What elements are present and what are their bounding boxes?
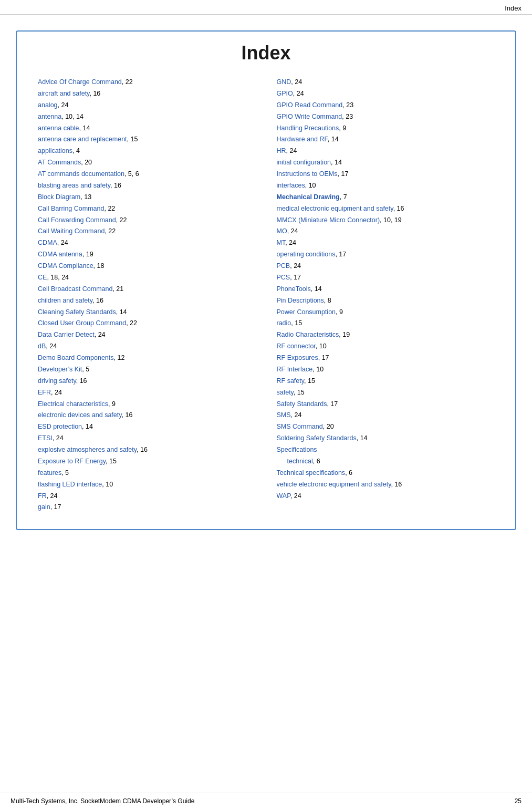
list-item: HR, 24	[277, 146, 495, 157]
index-link[interactable]: antenna care and replacement	[38, 136, 127, 143]
index-link[interactable]: Cleaning Safety Standards	[38, 308, 116, 316]
index-link[interactable]: Technical specifications	[277, 469, 346, 476]
index-box: Index Advice Of Charge Command, 22aircra…	[16, 30, 516, 530]
index-link[interactable]: analog	[38, 101, 58, 109]
index-page-num: , 24	[285, 239, 296, 246]
list-item: children and safety, 16	[38, 295, 256, 307]
index-link[interactable]: PhoneTools	[277, 285, 311, 293]
index-link[interactable]: FR	[38, 492, 47, 500]
index-link[interactable]: Cell Broadcast Command	[38, 285, 112, 293]
index-link[interactable]: Closed User Group Command	[38, 319, 126, 327]
index-link[interactable]: AT commands documentation	[38, 170, 124, 178]
index-link[interactable]: PCS	[277, 274, 290, 281]
index-page-num: , 17	[327, 400, 338, 408]
index-link[interactable]: driving safety	[38, 377, 76, 385]
index-link[interactable]: SMS Command	[277, 423, 323, 430]
index-link[interactable]: antenna	[38, 113, 61, 120]
index-link[interactable]: features	[38, 469, 61, 476]
index-link[interactable]: ESD protection	[38, 423, 82, 430]
list-item: blasting areas and safety, 16	[38, 180, 256, 192]
index-link[interactable]: CE	[38, 274, 47, 281]
index-link[interactable]: Hardware and RF	[277, 136, 328, 143]
list-item: AT commands documentation, 5, 6	[38, 169, 256, 180]
index-link[interactable]: Soldering Safety Standards	[277, 434, 357, 442]
index-link[interactable]: Advice Of Charge Command	[38, 78, 122, 86]
index-link[interactable]: children and safety	[38, 297, 92, 304]
index-link[interactable]: aircraft and safety	[38, 90, 89, 97]
index-link[interactable]: gain	[38, 503, 50, 511]
index-link[interactable]: MT	[277, 239, 286, 246]
index-link[interactable]: CDMA	[38, 239, 57, 246]
index-link[interactable]: Call Forwarding Command	[38, 216, 116, 224]
list-item: GPIO, 24	[277, 88, 495, 100]
list-item: Handling Precautions, 9	[277, 123, 495, 134]
index-link[interactable]: ETSI	[38, 434, 53, 442]
index-link[interactable]: RF safety	[277, 377, 305, 385]
index-link[interactable]: GPIO Read Command	[277, 101, 343, 109]
list-item: Call Forwarding Command, 22	[38, 215, 256, 226]
index-link[interactable]: technical	[287, 458, 313, 465]
index-link[interactable]: Exposure to RF Energy	[38, 458, 106, 465]
list-item: Advice Of Charge Command, 22	[38, 77, 256, 88]
index-link[interactable]: CDMA Compliance	[38, 262, 93, 269]
index-link[interactable]: blasting areas and safety	[38, 182, 110, 189]
list-item: interfaces, 10	[277, 180, 495, 192]
index-link[interactable]: electronic devices and safety	[38, 411, 122, 419]
index-link[interactable]: MO	[277, 227, 287, 235]
index-link[interactable]: initial configuration	[277, 159, 331, 166]
index-link[interactable]: operating conditions	[277, 251, 336, 258]
list-item: antenna cable, 14	[38, 123, 256, 134]
index-page-num: , 24	[290, 492, 301, 500]
index-link[interactable]: CDMA antenna	[38, 251, 82, 258]
index-link[interactable]: RF connector	[277, 343, 316, 350]
index-link[interactable]: Demo Board Components	[38, 354, 114, 361]
index-link[interactable]: Radio Characteristics	[277, 331, 339, 338]
index-link[interactable]: WAP	[277, 492, 290, 500]
index-link[interactable]: PCB	[277, 262, 290, 269]
index-link[interactable]: explosive atmospheres and safety	[38, 446, 137, 453]
index-link[interactable]: Pin Descriptions	[277, 297, 324, 304]
index-link[interactable]: flashing LED interface	[38, 481, 102, 488]
index-link[interactable]: Block Diagram	[38, 193, 80, 201]
index-link[interactable]: RF Exposures	[277, 354, 318, 361]
index-page-num: , 24	[291, 78, 302, 86]
index-link[interactable]: Power Consumption	[277, 308, 336, 316]
index-link[interactable]: Developer’s Kit	[38, 366, 82, 373]
index-link[interactable]: HR	[277, 147, 286, 154]
index-link[interactable]: Data Carrier Detect	[38, 331, 95, 338]
index-link[interactable]: safety	[277, 389, 294, 396]
index-link[interactable]: Handling Precautions	[277, 125, 339, 132]
index-page-num: , 14	[82, 423, 93, 430]
index-link[interactable]: Call Barring Command	[38, 205, 104, 212]
list-item: Call Waiting Command, 22	[38, 226, 256, 237]
list-item: RF Exposures, 17	[277, 352, 495, 364]
index-link[interactable]: Safety Standards	[277, 400, 327, 408]
index-page-num: , 18, 24	[47, 274, 69, 281]
index-link[interactable]: GND	[277, 78, 291, 86]
index-page-num: , 24	[47, 492, 58, 500]
index-link[interactable]: Electrical characteristics	[38, 400, 108, 408]
list-item: PCS, 17	[277, 272, 495, 284]
index-page-num: , 10, 14	[61, 113, 84, 120]
index-link[interactable]: SMS	[277, 411, 291, 419]
index-link[interactable]: radio	[277, 319, 291, 327]
index-link[interactable]: Instructions to OEMs	[277, 170, 338, 178]
index-link[interactable]: AT Commands	[38, 159, 81, 166]
index-link[interactable]: EFR	[38, 389, 51, 396]
index-link[interactable]: Specifications	[277, 446, 317, 453]
index-link[interactable]: antenna cable	[38, 125, 79, 132]
footer-left: Multi-Tech Systems, Inc. SocketModem CDM…	[11, 797, 194, 805]
index-link[interactable]: GPIO	[277, 90, 293, 97]
index-link[interactable]: interfaces	[277, 182, 305, 189]
list-item: Mechanical Drawing, 7	[277, 192, 495, 203]
index-link[interactable]: Call Waiting Command	[38, 227, 105, 235]
index-link[interactable]: dB	[38, 343, 46, 350]
index-link[interactable]: vehicle electronic equipment and safety	[277, 481, 391, 488]
index-link[interactable]: applications	[38, 147, 72, 154]
index-link[interactable]: GPIO Write Command	[277, 113, 342, 120]
index-link[interactable]: Mechanical Drawing	[277, 193, 340, 201]
index-link[interactable]: MMCX (Miniature Micro Connector)	[277, 216, 380, 224]
index-page-num: , 24	[291, 411, 302, 419]
index-link[interactable]: RF Interface	[277, 366, 313, 373]
index-link[interactable]: medical electronic equipment and safety	[277, 205, 393, 212]
